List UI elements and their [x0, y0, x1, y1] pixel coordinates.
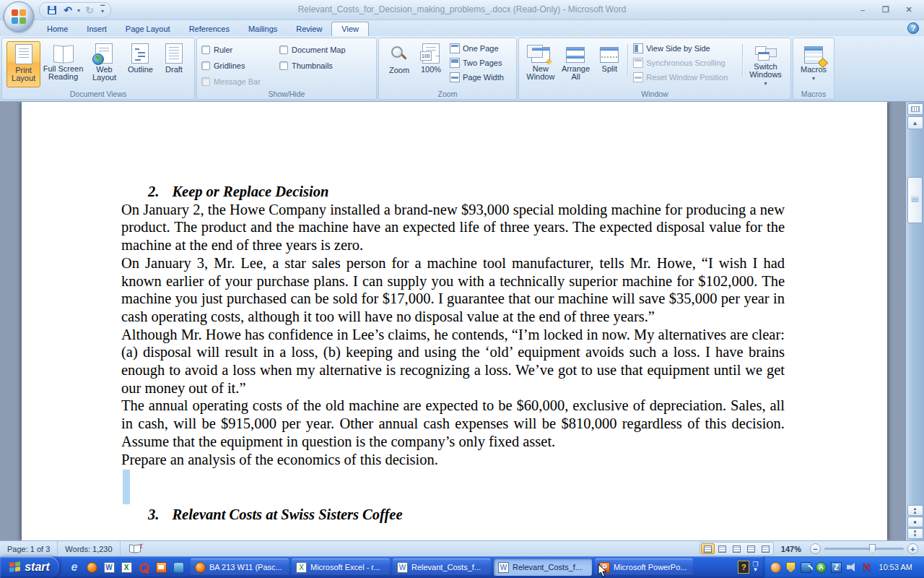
split-button[interactable]: Split [593, 41, 625, 87]
tab-page-layout[interactable]: Page Layout [116, 22, 180, 36]
taskbar-button-powerpoint[interactable]: P Microsoft PowerPo... [595, 558, 693, 576]
spellcheck-status[interactable]: ✗ [121, 541, 149, 556]
zoom-100-button[interactable]: 100 ↔ 100% [415, 41, 447, 87]
dropdown-caret-icon: ▾ [764, 79, 767, 87]
ribbon: Print Layout Full Screen Reading Web Lay… [0, 36, 924, 102]
view-side-by-side-button[interactable]: View Side by Side [633, 43, 740, 54]
page-width-button[interactable]: Page Width [450, 72, 504, 83]
word-count[interactable]: Words: 1,230 [58, 541, 120, 556]
reset-position-icon [633, 72, 643, 82]
macros-button[interactable]: Macros ▾ [798, 41, 829, 87]
tray-shield-icon[interactable] [785, 561, 797, 573]
desktop: ↶ ▾ ↻ ▔▾ Relevant_Costs_for_Decision_mak… [0, 0, 924, 578]
tab-mailings[interactable]: Mailings [239, 22, 287, 36]
tray-wireless-icon[interactable] [801, 561, 812, 573]
taskbar-button-firefox[interactable]: BA 213 W11 (Pasc... [191, 558, 289, 576]
group-label-macros: Macros [793, 90, 834, 98]
view-full-screen-button[interactable] [715, 543, 729, 554]
zoom-button[interactable]: Zoom [383, 41, 415, 87]
internet-explorer-icon[interactable]: e [68, 561, 81, 574]
zoom-level[interactable]: 147% [781, 545, 801, 553]
view-web-layout-button[interactable] [730, 543, 744, 554]
page-indicator[interactable]: Page: 1 of 3 [0, 541, 58, 556]
view-outline-button[interactable] [744, 543, 758, 554]
full-screen-reading-button[interactable]: Full Screen Reading [40, 41, 86, 87]
firefox-icon[interactable] [85, 561, 98, 574]
next-page-button[interactable]: ▼▼ [907, 528, 923, 539]
outline-button[interactable]: Outline [123, 41, 158, 87]
view-draft-button[interactable] [759, 543, 772, 554]
taskbar-button-word-1[interactable]: W Relevant_Costs_f... [393, 558, 491, 576]
zoom-in-button[interactable]: + [907, 543, 918, 554]
word-icon[interactable]: W [103, 561, 116, 574]
system-tray: A Z N 10:53 AM [763, 556, 924, 578]
outline-icon [131, 43, 149, 64]
tray-novell-icon[interactable]: N [861, 561, 873, 573]
messenger-icon[interactable] [172, 561, 185, 574]
two-pages-button[interactable]: Two Pages [450, 57, 504, 69]
tray-face-icon[interactable] [770, 561, 782, 573]
zoom-out-button[interactable]: − [810, 543, 821, 554]
view-print-layout-button[interactable] [701, 543, 715, 554]
switch-windows-icon [755, 46, 777, 61]
split-icon [600, 47, 619, 63]
scrollbar-thumb[interactable] [907, 177, 923, 223]
paragraph: Although Mr. Howe has confidence in Lee’… [121, 326, 785, 397]
gridlines-checkbox[interactable]: Gridlines [201, 60, 279, 71]
ruler-checkbox[interactable]: Ruler [201, 44, 279, 55]
excel-icon[interactable]: X [120, 561, 133, 574]
scroll-up-button[interactable]: ▲ [907, 116, 923, 129]
thumbnails-checkbox[interactable]: Thumbnails [279, 60, 346, 71]
arrange-all-button[interactable]: Arrange All [558, 41, 594, 87]
new-window-button[interactable]: ✦ New Window [523, 41, 558, 87]
tab-home[interactable]: Home [38, 22, 77, 36]
web-layout-button[interactable]: Web Layout [86, 41, 123, 87]
minimize-button[interactable]: – [853, 4, 872, 16]
office-button[interactable] [4, 1, 34, 32]
document-page[interactable]: 2.Keep or Replace Decision On January 2,… [22, 102, 887, 540]
arrange-all-icon [566, 47, 585, 63]
checkbox-icon [279, 46, 288, 54]
key-icon[interactable] [137, 561, 150, 574]
close-button[interactable]: ✕ [899, 4, 918, 16]
tab-references[interactable]: References [180, 22, 239, 36]
zoom-slider-thumb[interactable] [869, 544, 876, 553]
one-page-button[interactable]: One Page [450, 43, 504, 54]
start-button[interactable]: start [0, 556, 59, 578]
tab-view[interactable]: View [331, 22, 369, 36]
spellcheck-icon: ✗ [129, 545, 141, 553]
switch-windows-button[interactable]: Switch Windows ▾ [745, 41, 786, 87]
vertical-scrollbar[interactable]: ▲ ▲▲ ● ▼▼ [905, 102, 924, 540]
draft-button[interactable]: Draft [158, 41, 190, 87]
language-help-icon[interactable]: ? [738, 561, 749, 574]
previous-page-button[interactable]: ▲▲ [907, 505, 923, 516]
one-page-icon [450, 43, 460, 53]
paragraph: Prepare an analysis of the economics of … [121, 451, 785, 469]
print-layout-button[interactable]: Print Layout [6, 41, 40, 87]
group-label-zoom: Zoom [379, 90, 516, 98]
firefox-icon [195, 562, 206, 573]
new-window-icon: ✦ [531, 47, 550, 63]
restore-button[interactable]: ❐ [876, 4, 895, 16]
scrollbar-track[interactable] [906, 129, 924, 504]
tray-z-icon[interactable]: Z [831, 561, 842, 573]
document-map-checkbox[interactable]: Document Map [279, 44, 346, 55]
select-browse-object-button[interactable]: ● [907, 517, 923, 527]
outlook-icon[interactable] [154, 561, 167, 574]
zoom-slider: − + [810, 543, 918, 554]
zoom-slider-track[interactable] [824, 548, 904, 550]
heading-keep-or-replace: 2.Keep or Replace Decision [148, 183, 785, 201]
paragraph: On January 3, Mr. Lee, a star sales pers… [121, 254, 785, 326]
help-button[interactable]: ? [907, 22, 919, 34]
tray-collapse-button[interactable]: ❐▾ [752, 562, 758, 572]
taskbar-button-word-2-active[interactable]: W Relevant_Costs_f... [494, 558, 592, 576]
print-layout-icon [704, 545, 712, 553]
tab-review[interactable]: Review [287, 22, 331, 36]
taskbar-button-excel[interactable]: X Microsoft Excel - r... [292, 558, 390, 576]
draft-icon [762, 545, 770, 553]
tray-antivirus-icon[interactable]: A [816, 561, 827, 573]
tab-insert[interactable]: Insert [77, 22, 116, 36]
volume-icon[interactable] [846, 561, 858, 573]
reset-window-position-button: Reset Window Position [633, 72, 740, 83]
view-ruler-toggle-button[interactable] [907, 103, 923, 115]
